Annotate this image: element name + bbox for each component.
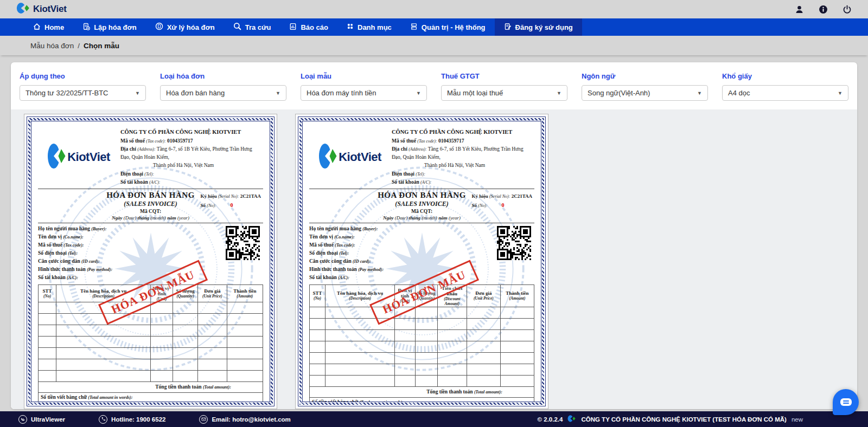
invoice-preview-2[interactable]: KiotVietCÔNG TY CỔ PHẦN CÔNG NGHỆ KIOTVI… bbox=[295, 114, 548, 409]
system-admin-icon bbox=[410, 23, 418, 32]
table-cell-empty bbox=[197, 347, 227, 359]
column-label-en: (No) bbox=[40, 294, 55, 299]
table-cell-empty bbox=[415, 364, 437, 375]
table-cell-empty bbox=[437, 318, 467, 329]
buyer-field-en: (Buyer): bbox=[91, 227, 106, 231]
table-row bbox=[39, 347, 263, 359]
table-header-cell: STT(No) bbox=[39, 284, 56, 302]
date-line: Ngày (Date) tháng (month) năm (year) bbox=[309, 215, 534, 221]
buyer-field-vi: Mã số thuế bbox=[38, 242, 63, 248]
table-cell-empty bbox=[415, 352, 437, 364]
filter-select-kho-giay[interactable]: A4 dọc ▼ bbox=[722, 85, 848, 101]
label-en: (A/C): bbox=[420, 180, 431, 185]
report-icon bbox=[289, 23, 297, 32]
kiotviet-logo: KiotViet bbox=[309, 128, 391, 186]
label-value: 0104359717 bbox=[166, 138, 193, 144]
table-row bbox=[310, 329, 534, 341]
table-cell-empty bbox=[395, 364, 415, 375]
table-cell-empty bbox=[437, 375, 467, 386]
label-vi: Số tài khoản bbox=[120, 179, 149, 185]
power-icon[interactable] bbox=[842, 4, 852, 14]
chat-icon bbox=[840, 398, 852, 406]
column-label-vi: STT bbox=[40, 288, 55, 294]
logo-text: KiotViet bbox=[33, 4, 67, 15]
process-invoice-icon bbox=[155, 22, 163, 32]
filter-label: Khổ giấy bbox=[722, 72, 848, 80]
table-cell-empty bbox=[467, 364, 500, 375]
nav-item-danh-muc[interactable]: Danh mục bbox=[337, 18, 401, 36]
nav-item-tra-cuu[interactable]: Tra cứu bbox=[224, 18, 280, 36]
invoice-header: KiotVietCÔNG TY CỔ PHẦN CÔNG NGHỆ KIOTVI… bbox=[38, 128, 263, 186]
date-en: (month) bbox=[150, 215, 166, 221]
table-cell-empty bbox=[173, 370, 198, 381]
nav-item-quan-tri-he-thong[interactable]: Quản trị - Hệ thống bbox=[401, 18, 495, 36]
create-invoice-icon bbox=[82, 23, 90, 32]
footer-email[interactable]: Email: hotro@kiotviet.com bbox=[199, 415, 290, 424]
filter-ap-dung-theo: Áp dụng theo Thông tư 32/2025/TT-BTC ▼ bbox=[20, 72, 146, 101]
filter-value: Mẫu một loại thuế bbox=[447, 89, 503, 97]
table-header-cell: STT(No) bbox=[310, 284, 326, 307]
table-cell-empty bbox=[395, 318, 415, 329]
label-en: (A/C): bbox=[149, 180, 160, 185]
kiotviet-logo: KiotViet bbox=[38, 128, 119, 186]
filter-select-ngon-ngu[interactable]: Song ngữ(Việt-Anh) ▼ bbox=[582, 85, 708, 101]
ultraviewer-icon bbox=[18, 415, 27, 424]
table-cell-empty bbox=[395, 352, 415, 364]
footer-ultraviewer[interactable]: UltraViewer bbox=[18, 415, 65, 424]
table-cell-empty bbox=[39, 325, 56, 336]
chat-fab-button[interactable] bbox=[833, 389, 859, 415]
table-cell-empty bbox=[56, 370, 151, 381]
table-cell-empty bbox=[310, 352, 326, 364]
nav-item-dang-ky-su-dung[interactable]: Đăng ký sử dụng bbox=[495, 18, 582, 36]
filter-select-loai-mau[interactable]: Hóa đơn máy tính tiền ▼ bbox=[301, 85, 427, 101]
buyer-field-vi: Mã số thuế bbox=[309, 242, 335, 248]
total-label: Tổng tiền thanh toán bbox=[426, 389, 474, 394]
nav-item-home[interactable]: Home bbox=[24, 18, 73, 36]
table-cell-empty bbox=[310, 375, 326, 386]
table-cell-empty bbox=[151, 359, 173, 370]
table-cell-empty bbox=[415, 307, 437, 318]
date-en: (year) bbox=[449, 215, 461, 221]
table-cell-empty bbox=[227, 370, 263, 381]
label-vi: Số bbox=[200, 203, 207, 208]
table-cell-empty bbox=[500, 364, 534, 375]
invoice-preview-1[interactable]: KiotVietCÔNG TY CỔ PHẦN CÔNG NGHỆ KIOTVI… bbox=[24, 114, 277, 409]
company-tax-line: Mã số thuế (Tax code): 0104359717 bbox=[392, 137, 534, 145]
table-cell-empty bbox=[39, 347, 56, 359]
label-en: (Tax code): bbox=[146, 139, 165, 144]
table-row bbox=[39, 370, 263, 381]
footer-hotline[interactable]: Hotline: 1900 6522 bbox=[99, 415, 165, 424]
footer-label: UltraViewer bbox=[31, 416, 65, 423]
label-vi: Mã số thuế bbox=[120, 138, 146, 144]
table-cell-empty bbox=[500, 318, 534, 329]
buyer-field: Hình thức thanh toán (Pay method): bbox=[309, 266, 534, 274]
column-label-vi: STT bbox=[311, 290, 324, 296]
nav-item-bao-cao[interactable]: Báo cáo bbox=[280, 18, 337, 36]
nav-item-lap-hoa-don[interactable]: Lập hóa đơn bbox=[73, 18, 146, 36]
filter-select-thue-gtgt[interactable]: Mẫu một loại thuế ▼ bbox=[441, 85, 567, 101]
filter-bar: Áp dụng theo Thông tư 32/2025/TT-BTC ▼ L… bbox=[11, 62, 857, 109]
label-vi: Số tài khoản bbox=[392, 179, 420, 185]
topbar-icon-group bbox=[794, 4, 852, 14]
breadcrumb-current: Chọn mẫu bbox=[84, 42, 119, 50]
table-cell-empty bbox=[395, 375, 415, 386]
table-row bbox=[310, 307, 534, 318]
serial-value: 2C21TAA bbox=[239, 193, 261, 199]
company-address-line2: Thành phố Hà Nội, Việt Nam bbox=[392, 161, 534, 170]
filter-select-loai-hoa-don[interactable]: Hóa đơn bán hàng ▼ bbox=[160, 85, 286, 101]
company-tax-line: Mã số thuế (Tax code): 0104359717 bbox=[120, 137, 263, 145]
account-icon[interactable] bbox=[794, 4, 804, 14]
amount-in-words-cell: Số tiền viết bằng chữ (Total amount in w… bbox=[310, 397, 534, 402]
info-icon[interactable] bbox=[818, 4, 828, 14]
label-en: (Serial No): bbox=[218, 194, 239, 199]
table-cell-empty bbox=[39, 359, 56, 370]
total-label-en: (Total amount): bbox=[474, 390, 502, 394]
serial-value: 2C21TAA bbox=[510, 193, 532, 199]
breadcrumb-parent[interactable]: Mẫu hóa đơn bbox=[30, 42, 74, 50]
table-cell-empty bbox=[227, 347, 263, 359]
filter-select-ap-dung-theo[interactable]: Thông tư 32/2025/TT-BTC ▼ bbox=[20, 85, 146, 101]
buyer-field-vi: Số tài khoản bbox=[38, 275, 67, 280]
kiotviet-logo: KiotViet bbox=[16, 2, 67, 17]
table-row bbox=[310, 364, 534, 375]
nav-item-xu-ly-hoa-don[interactable]: Xử lý hóa đơn bbox=[146, 18, 224, 36]
